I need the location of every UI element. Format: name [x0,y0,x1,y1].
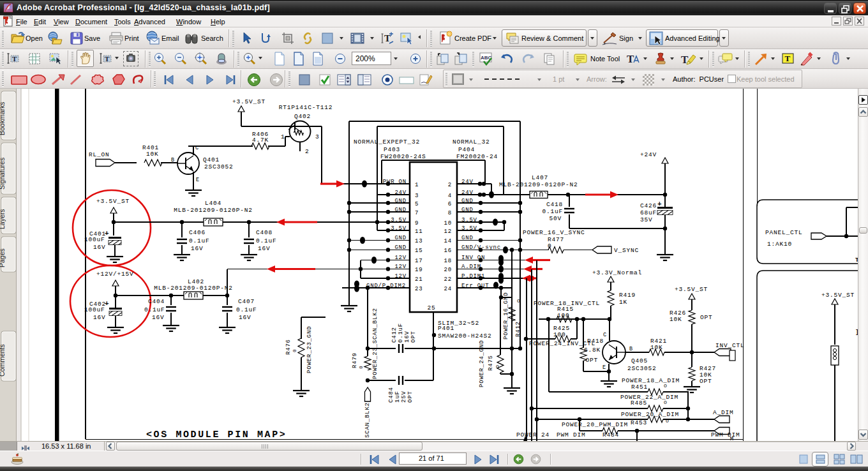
svg-text:2SC3052: 2SC3052 [627,365,657,372]
svg-text:1: 1 [415,182,419,188]
svg-text:0.1uF: 0.1uF [236,306,257,313]
svg-text:POWER_23_SCAN_BLK2: POWER_23_SCAN_BLK2 [372,308,378,379]
svg-text:20: 20 [444,267,452,273]
svg-text:10K: 10K [146,151,159,158]
svg-text:MLB-201209-0120P-N2: MLB-201209-0120P-N2 [154,285,233,292]
svg-text:100uF: 100uF [84,306,105,313]
svg-text:Signatures: Signatures [0,158,6,190]
svg-text:O: O [664,400,668,405]
svg-text:Comments: Comments [0,344,6,377]
svg-text:SMAW200-H24S2: SMAW200-H24S2 [438,333,492,340]
svg-text:L404: L404 [205,200,221,207]
svg-text:B: B [629,346,633,352]
svg-text:T: T [785,54,791,63]
svg-text:POWER_16_GND: POWER_16_GND [503,292,509,340]
svg-text:68uF: 68uF [640,209,657,216]
svg-text:POWER_22_A_DIM: POWER_22_A_DIM [620,394,678,401]
svg-text:4: 4 [448,193,452,199]
svg-text:PWM DIM: PWM DIM [711,431,740,438]
svg-text:0.1uF: 0.1uF [189,237,210,244]
svg-text:16: 16 [444,248,452,254]
svg-text:1K: 1K [619,299,627,306]
svg-text:Bookmarks: Bookmarks [0,101,6,135]
svg-text:3.5V: 3.5V [391,217,407,223]
svg-text:SCAN_BLK2: SCAN_BLK2 [364,402,371,438]
svg-text:O: O [666,418,670,424]
svg-text:0: 0 [358,365,364,369]
svg-text:19: 19 [415,267,423,273]
svg-text:0: 0 [548,243,552,250]
svg-text:Q402: Q402 [294,113,311,120]
svg-text:15: 15 [415,248,423,254]
svg-text:FM20020-24: FM20020-24 [456,153,498,160]
svg-text:R412: R412 [515,321,521,337]
svg-text:7: 7 [415,210,419,216]
svg-text:O: O [496,364,500,370]
svg-text:13: 13 [415,238,423,244]
svg-text:OPT: OPT [585,357,598,364]
svg-text:C406: C406 [189,229,206,236]
svg-text:3: 3 [315,133,320,140]
svg-text:R419: R419 [619,292,636,299]
svg-text:16V: 16V [258,245,271,252]
svg-text:O: O [517,298,521,304]
svg-text:35V: 35V [640,216,653,223]
svg-text:FW20020-24S: FW20020-24S [380,153,426,160]
svg-text:+3.3V_Normal: +3.3V_Normal [592,269,642,276]
svg-text:OPT: OPT [407,391,414,403]
svg-text:C: C [603,332,607,338]
svg-text:+3.5V_ST: +3.5V_ST [675,286,708,293]
svg-text:1uF: 1uF [394,391,401,403]
svg-text:C412: C412 [391,327,398,343]
svg-text:0.1uF: 0.1uF [256,237,277,244]
svg-text:<OS MODULE PIN MAP>: <OS MODULE PIN MAP> [146,430,287,440]
svg-text:POWER_23_GND: POWER_23_GND [306,326,313,373]
svg-text:21: 21 [415,276,423,283]
svg-text:0.1uF: 0.1uF [144,306,165,313]
svg-text:25V: 25V [401,391,407,403]
svg-text:2: 2 [305,148,310,155]
svg-text:17: 17 [415,258,423,264]
svg-text:18: 18 [444,258,452,264]
svg-text:POWER_20_A_DIM: POWER_20_A_DIM [621,411,679,418]
svg-text:50V: 50V [549,215,562,222]
svg-text:POWER_18_A_DIM: POWER_18_A_DIM [622,377,680,384]
svg-text:T: T [12,55,17,63]
svg-text:C418: C418 [546,201,563,208]
svg-text:R453: R453 [631,419,647,426]
svg-text:P404: P404 [458,146,475,153]
svg-text:T: T [105,55,110,63]
svg-text:Q401: Q401 [203,156,220,163]
svg-text:100: 100 [557,312,570,319]
svg-text:+: + [105,230,109,237]
svg-text:+3.5V_ST: +3.5V_ST [96,198,130,205]
svg-text:POWER_16_V_SYNC: POWER_16_V_SYNC [523,229,585,236]
svg-text:E: E [602,364,606,371]
svg-text:NORMAL_EXPEPT_32: NORMAL_EXPEPT_32 [354,138,420,146]
svg-text:RT1P141C-T112: RT1P141C-T112 [279,104,333,111]
svg-text:POWER_24_GND: POWER_24_GND [479,340,485,387]
svg-text:Q405: Q405 [631,357,648,364]
svg-text:6: 6 [448,201,452,207]
svg-text:T: T [384,33,391,43]
svg-text:E: E [196,177,200,183]
svg-text:10K: 10K [650,344,663,351]
svg-text:1: 1 [281,133,285,140]
svg-text:L407: L407 [532,174,548,181]
svg-text:24: 24 [444,286,452,292]
svg-text:O: O [664,383,668,389]
svg-text:PWM DIM: PWM DIM [557,431,586,438]
svg-text:4.7K: 4.7K [252,137,269,144]
svg-text:MLB-201209-0120P-N2: MLB-201209-0120P-N2 [174,207,253,214]
svg-text:12: 12 [444,228,452,235]
svg-text:5: 5 [415,201,419,207]
svg-text:10K: 10K [670,316,682,323]
svg-text:16V: 16V [239,314,251,321]
svg-text:C426: C426 [640,202,657,209]
svg-text:23: 23 [415,286,423,292]
svg-text:2SC3052: 2SC3052 [204,163,234,170]
svg-text:100: 100 [553,331,566,338]
svg-text:Layers: Layers [0,209,6,229]
svg-text:R484: R484 [602,431,619,438]
svg-text:+24V: +24V [640,151,657,158]
